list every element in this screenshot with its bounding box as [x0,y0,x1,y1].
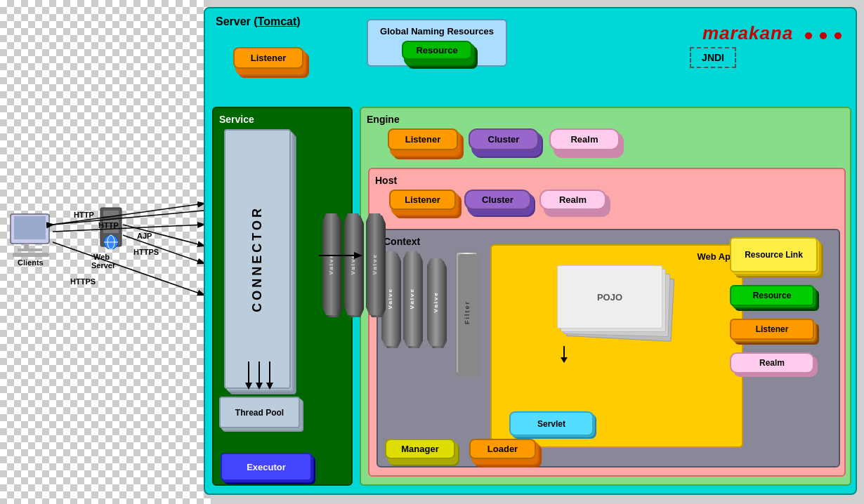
svg-rect-1 [14,216,46,239]
engine-realm-label: Realm [549,128,620,150]
executor-label: Executor [247,462,286,472]
svg-line-17 [53,225,204,232]
executor-area: Executor [221,453,312,481]
engine-valve-3: Valve [366,213,386,319]
context-right-column: Resource Link Resource Listene [730,237,835,377]
brand-name: marakana [702,22,793,44]
svg-text:Clients: Clients [18,258,44,267]
context-bottom-row: Manager Loader [385,439,536,459]
pojo-label: POJO [597,292,622,303]
host-container: Host Listener Cluster [368,168,846,477]
svg-text:HTTPS: HTTPS [133,248,159,256]
context-resource-button: Resource [730,285,818,310]
svg-rect-4 [13,253,49,257]
engine-valves: Valve Valve Valve [322,213,386,319]
engine-valve-1: Valve [322,213,342,319]
jndi-box: JNDI [690,47,736,68]
down-arrows-svg [242,362,277,390]
context-container: Context Valve Valve [377,229,840,467]
filter-area: Filter [455,251,478,374]
inner-valves: Valve [427,258,447,350]
svg-line-23 [53,242,204,295]
svg-line-25 [53,211,204,225]
host-realm-label: Realm [539,190,606,210]
listener-top-label: Listener [233,47,303,69]
svg-text:HTTP: HTTP [98,221,119,230]
host-listener-label: Listener [389,190,456,210]
dot2 [820,32,827,39]
connector-area: CONNECTOR [224,129,301,396]
executor-button: Executor [221,453,312,481]
svg-marker-27 [256,383,263,390]
gnr-resource-label: Resource [402,41,472,60]
connector-to-host-arrow [319,245,365,266]
svg-line-15 [53,204,204,225]
tomcat-label: Tomcat [258,15,297,27]
brand-logo: marakana [702,22,842,44]
svg-marker-29 [245,383,252,390]
main-container: Server (Tomcat) marakana JNDI Global Nam… [204,7,857,495]
loader-label: Loader [469,439,536,459]
gnr-resource-button: Resource [402,41,472,60]
context-realm-button: Realm [730,352,818,377]
svg-text:AJP: AJP [137,232,152,240]
svg-marker-33 [561,357,568,363]
svg-marker-31 [266,383,273,390]
engine-listener-label: Listener [388,128,458,150]
svg-text:Web: Web [93,253,110,261]
gnr-box: Global Naming Resources Resource [367,19,507,67]
ctx-listener-label: Listener [730,319,814,340]
host-listener-button: Listener [389,190,456,210]
ctx-resource-label: Resource [730,285,814,306]
svg-rect-8 [103,219,119,225]
svg-text:HTTP: HTTP [74,211,94,219]
svg-marker-35 [354,252,362,259]
svg-rect-7 [103,211,119,216]
loader-button: Loader [469,439,536,459]
resource-link-button: Resource Link [730,237,821,276]
host-top-row: Listener Cluster Realm [375,190,839,210]
svg-rect-2 [24,244,29,249]
host-cluster-label: Cluster [464,190,531,210]
svg-point-11 [107,235,114,249]
servlet-area: Servlet [509,411,594,436]
network-connections: Clients Web Server HTTP HTTP AJP HTTPS H… [0,0,211,504]
valve-2: Valve [403,251,423,350]
inner-valve-1: Valve [427,258,447,350]
pojo-servlet-arrow [554,346,575,364]
manager-label: Manager [385,439,455,459]
brand-dots [803,22,842,44]
engine-valve-2: Valve [344,213,364,319]
thread-pool-label: Thread Pool [235,408,284,418]
pojo-front: POJO [557,265,662,329]
host-realm-button: Realm [539,190,606,210]
context-valves: Valve Valve [381,251,423,350]
engine-valve-3-label: Valve [372,253,378,274]
svg-rect-6 [100,208,122,246]
connection-arrows: Clients Web Server HTTP HTTP AJP HTTPS H… [0,0,211,504]
host-label: Host [375,175,839,186]
gnr-title: Global Naming Resources [379,26,495,37]
svg-point-10 [104,235,118,249]
servlet-button: Servlet [509,411,594,436]
jndi-label: JNDI [702,52,724,63]
valve-2-label: Valve [409,288,415,309]
filter-label: Filter [464,300,471,324]
listener-top-area: Listener [233,47,303,69]
engine-cluster-label: Cluster [469,128,539,150]
dot3 [834,32,842,39]
context-listener-button: Listener [730,319,818,343]
thread-pool-box: Thread Pool [219,397,300,428]
listener-top-button: Listener [233,47,303,69]
connector-label: CONNECTOR [250,206,265,312]
engine-container: Engine Listener Cluster Realm [360,107,851,486]
svg-line-21 [123,235,204,263]
manager-button: Manager [385,439,455,459]
svg-rect-3 [18,248,42,251]
valve-1-label: Valve [387,288,393,309]
host-cluster-button: Cluster [464,190,531,210]
inner-valve-label: Valve [433,291,439,312]
service-label: Service [219,114,346,125]
webapp-label: Web App [497,251,736,262]
thread-pool-area: Thread Pool [219,397,300,428]
